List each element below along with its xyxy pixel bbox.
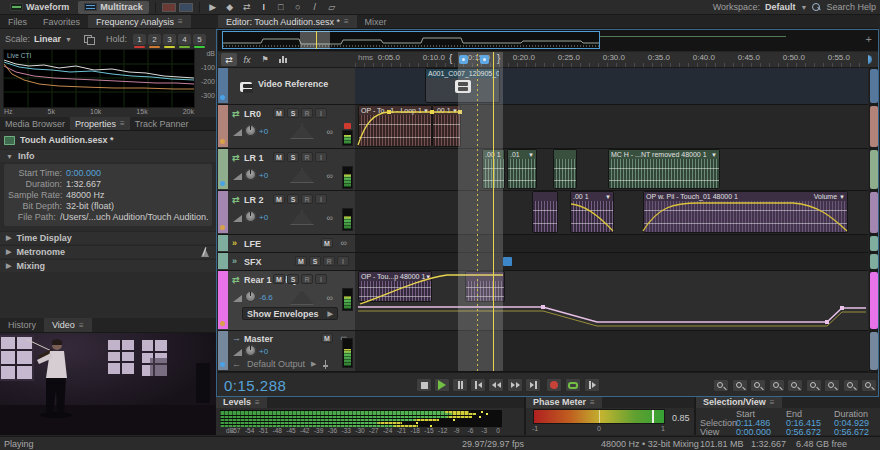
zoom-to-selection-button[interactable] [806,379,822,392]
monitor-input-button[interactable]: I [315,152,327,162]
track-name[interactable]: Video Reference [258,79,328,89]
zoom-reset-button[interactable] [861,379,877,392]
move-to-next-button[interactable] [525,378,541,392]
clip-rear1-a[interactable]: OP - Tou...p 48000 1▼ [358,271,432,302]
track-io-icon[interactable]: ⇄ [221,53,237,66]
link-icon[interactable]: ∞ [327,171,333,181]
timeline-navigator[interactable]: + [218,30,878,51]
volume-knob[interactable] [245,169,256,180]
scroll-segment-lr0[interactable] [870,106,878,147]
volume-knob[interactable] [245,291,256,302]
track-header-lr0[interactable]: ⇄ LR0 MSRI +0 ∞ [218,105,355,149]
track-name[interactable]: LR0 [244,109,261,119]
volume-value[interactable]: +0 [259,347,268,356]
skip-selection-button[interactable] [584,378,600,392]
tab-properties[interactable]: Properties≡ [70,117,130,130]
track-name[interactable]: LR 2 [244,195,264,205]
track-lane-master[interactable] [355,331,868,372]
track-header-lr2[interactable]: ⇄ LR 2 MSRI +0 ∞ [218,191,355,235]
collapse-icon[interactable]: ▶ [6,234,11,242]
waveform-view-button[interactable]: Waveform [4,1,75,14]
multitrack-view-button[interactable]: Multitrack [78,1,149,14]
panel-menu-icon[interactable]: ≡ [344,17,349,26]
track-color-strip[interactable] [218,68,228,103]
scroll-segment-lfe[interactable] [870,236,878,251]
link-icon[interactable]: ∞ [327,213,333,223]
scroll-segment-lr2[interactable] [870,192,878,233]
tab-editor[interactable]: Editor: Touch Audition.sesx *≡ [218,15,357,28]
tab-favorites[interactable]: Favorites [35,15,88,28]
tab-track-panner[interactable]: Track Panner [130,117,194,130]
mute-button[interactable]: M [321,333,333,343]
monitor-panel-icon[interactable] [179,3,193,12]
clip-dropdown-icon[interactable]: ▼ [605,194,611,200]
scale-select[interactable]: Linear [34,34,61,44]
metering-icon[interactable] [275,53,291,66]
mute-button[interactable]: M [273,274,285,284]
volume-value[interactable]: +0 [259,171,268,180]
track-header-sfx[interactable]: » SFX MSRI [218,253,355,271]
clip-lr2-c[interactable]: OP w. Pil - Touch_01 48000 1 Volume ▼ [643,191,848,233]
monitor-input-button[interactable]: I [315,194,327,204]
hold-button-4[interactable]: 4 [178,34,191,45]
hold-button-1[interactable]: 1 [133,34,146,45]
clip-lr2-b[interactable]: .00 1▼ [570,191,614,233]
sfx-clip-fragment[interactable] [503,257,512,266]
solo-button[interactable]: S [309,256,321,266]
fast-forward-button[interactable] [507,378,523,392]
workspace-dropdown-icon[interactable]: ▼ [801,4,808,11]
lasso-selection-tool-icon[interactable]: ○ [291,1,305,13]
track-header-lr1[interactable]: ⇄ LR 1 MSRI +0 ∞ [218,149,355,191]
tab-levels[interactable]: Levels≡ [216,396,267,408]
panel-menu-icon[interactable]: ≡ [255,398,260,407]
track-name[interactable]: SFX [244,257,262,267]
arm-record-button[interactable]: R [301,152,313,162]
track-color-strip[interactable] [218,253,228,269]
track-color-strip[interactable] [218,235,228,251]
pan-knob[interactable] [290,124,314,139]
scroll-segment-lr1[interactable] [870,150,878,189]
track-header-master[interactable]: → Master M ∞ +0 ← Default Output ▶ [218,331,355,372]
collapse-icon[interactable]: ▶ [6,248,11,256]
track-color-strip[interactable] [218,271,228,329]
clip-dropdown-icon[interactable]: ▼ [711,152,717,158]
solo-button[interactable]: S [287,152,299,162]
playhead-time-display[interactable]: 0:15.288 [224,377,286,394]
record-panel-icon[interactable] [162,3,176,12]
clip-lr2-a[interactable] [532,191,558,233]
solo-button[interactable]: S [287,108,299,118]
tab-media-browser[interactable]: Media Browser [0,117,70,130]
info-value[interactable]: 1:32.667 [66,179,101,189]
monitor-input-button[interactable]: I [315,108,327,118]
navigator-zoom-icon[interactable]: + [866,33,872,45]
volume-value[interactable]: +0 [259,127,268,136]
track-color-strip[interactable] [218,191,228,233]
info-value[interactable]: /Users/...uch Audition/Touch Audition.se… [60,212,208,222]
pause-button[interactable] [452,378,468,392]
mute-button[interactable]: M [321,238,333,248]
info-value[interactable]: 0:00.000 [66,168,101,178]
clip-lr0-a[interactable]: OP - To...1 - Loop 1▼ [358,105,432,147]
arm-record-button[interactable]: R [301,194,313,204]
volume-value[interactable]: -6.6 [259,293,273,302]
mute-button[interactable]: M [273,152,285,162]
workspace-select[interactable]: Default [765,2,796,12]
panel-menu-icon[interactable]: ≡ [120,119,125,128]
scale-dropdown-icon[interactable]: ▼ [65,36,72,43]
time-selection-overlay[interactable] [458,52,503,371]
mute-button[interactable]: M [295,256,307,266]
solo-button[interactable]: S [287,194,299,204]
copy-graph-icon[interactable] [84,35,94,44]
tab-selection-view[interactable]: Selection/View≡ [696,396,782,408]
arm-record-button[interactable]: R [301,274,313,284]
slip-tool-icon[interactable]: ◆ [223,1,237,13]
pan-knob[interactable] [290,290,314,305]
arm-record-button[interactable]: R [301,108,313,118]
link-icon[interactable]: ∞ [327,127,333,137]
move-tool-icon[interactable]: ▶ [206,1,220,13]
metronome-icon[interactable] [199,247,210,257]
track-lane-lr1[interactable]: .00 1 .01▼ MC H - ...NT removed 48000 1▼ [355,149,868,191]
panel-menu-icon[interactable]: ≡ [770,398,775,407]
play-button[interactable] [434,378,450,392]
hold-button-2[interactable]: 2 [148,34,161,45]
